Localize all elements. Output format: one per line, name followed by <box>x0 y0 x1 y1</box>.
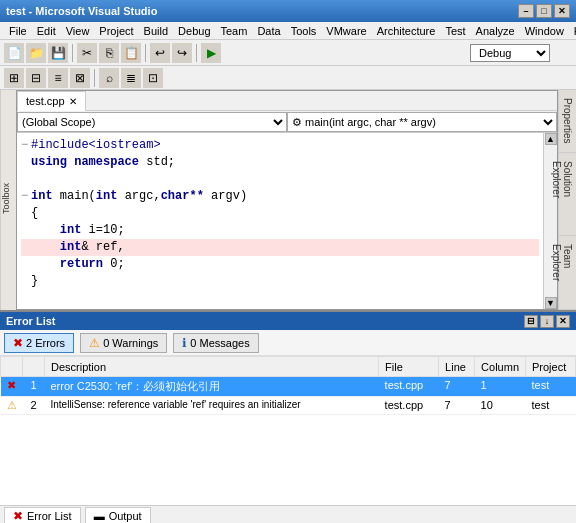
minimize-button[interactable]: – <box>518 4 534 18</box>
bottom-output-icon: ▬ <box>94 510 105 522</box>
toolbar-sep-2 <box>145 44 146 62</box>
title-text: test - Microsoft Visual Studio <box>6 5 518 17</box>
error-filter-icon: ✖ <box>13 336 23 350</box>
toolbar-play-icon[interactable]: ▶ <box>201 43 221 63</box>
bottom-errorlist-label: Error List <box>27 510 72 522</box>
row1-num: 1 <box>23 377 45 397</box>
editor-tab-close[interactable]: ✕ <box>69 96 77 107</box>
row2-column: 10 <box>475 397 526 415</box>
menu-data[interactable]: Data <box>252 22 285 39</box>
toolbar-save-icon[interactable]: 💾 <box>48 43 68 63</box>
close-button[interactable]: ✕ <box>554 4 570 18</box>
debug-config-dropdown[interactable]: Debug <box>470 44 550 62</box>
filter-errors-button[interactable]: ✖ 2 Errors <box>4 333 74 353</box>
menu-file[interactable]: File <box>4 22 32 39</box>
ep-autohide-button[interactable]: ⊟ <box>524 315 538 328</box>
toolbar-row-1: 📄 📁 💾 ✂ ⎘ 📋 ↩ ↪ ▶ Debug <box>0 40 576 66</box>
col-column[interactable]: Column <box>475 357 526 377</box>
toolbar-r2-icon5[interactable]: ⌕ <box>99 68 119 88</box>
toolbar2-sep-1 <box>94 69 95 87</box>
ep-pin-button[interactable]: ↓ <box>540 315 554 328</box>
scroll-down[interactable]: ▼ <box>545 297 557 309</box>
code-line-5: { <box>21 205 539 222</box>
properties-tab[interactable]: Properties <box>559 90 576 153</box>
menu-tools[interactable]: Tools <box>286 22 322 39</box>
ide-content: Toolbox test.cpp ✕ (Global Scope) ⚙ main… <box>0 90 576 310</box>
toolbar-cut-icon[interactable]: ✂ <box>77 43 97 63</box>
code-line-8: return 0; <box>21 256 539 273</box>
menu-analyze[interactable]: Analyze <box>471 22 520 39</box>
method-dropdown[interactable]: ⚙ main(int argc, char ** argv) <box>287 112 557 132</box>
code-line-4: − int main(int argc,char** argv) <box>21 188 539 205</box>
table-row[interactable]: ⚠ 2 IntelliSense: reference variable 're… <box>1 397 576 415</box>
menu-help[interactable]: Help <box>569 22 576 39</box>
col-line[interactable]: Line <box>439 357 475 377</box>
menu-test[interactable]: Test <box>440 22 470 39</box>
col-description[interactable]: Description <box>45 357 379 377</box>
menu-view[interactable]: View <box>61 22 95 39</box>
maximize-button[interactable]: □ <box>536 4 552 18</box>
menu-project[interactable]: Project <box>94 22 138 39</box>
menu-debug[interactable]: Debug <box>173 22 215 39</box>
toolbar-r2-icon1[interactable]: ⊞ <box>4 68 24 88</box>
toolbar-redo-icon[interactable]: ↪ <box>172 43 192 63</box>
bottom-tab-errorlist[interactable]: ✖ Error List <box>4 507 81 524</box>
info-filter-label: 0 Messages <box>190 337 249 349</box>
toolbar-sep-1 <box>72 44 73 62</box>
title-bar-buttons: – □ ✕ <box>518 4 570 18</box>
toolbar-row-2: ⊞ ⊟ ≡ ⊠ ⌕ ≣ ⊡ <box>0 66 576 90</box>
row2-num: 2 <box>23 397 45 415</box>
collapse-1[interactable]: − <box>21 137 31 154</box>
editor-tab-testcpp[interactable]: test.cpp ✕ <box>17 91 86 111</box>
collapse-4[interactable]: − <box>21 188 31 205</box>
team-explorer-tab[interactable]: Team Explorer <box>559 236 576 310</box>
toolbar-r2-icon6[interactable]: ≣ <box>121 68 141 88</box>
editor-scrollbar[interactable]: ▲ ▼ <box>543 133 557 309</box>
code-editor[interactable]: − #include<iostream> using namespace std… <box>17 133 543 309</box>
toolbar-paste-icon[interactable]: 📋 <box>121 43 141 63</box>
ep-buttons: ⊟ ↓ ✕ <box>524 315 570 328</box>
menu-window[interactable]: Window <box>520 22 569 39</box>
error-table: Description File Line Column Project ✖ 1… <box>0 356 576 505</box>
menu-vmware[interactable]: VMware <box>321 22 371 39</box>
row1-error-icon: ✖ <box>7 379 16 391</box>
menu-edit[interactable]: Edit <box>32 22 61 39</box>
table-header-row: Description File Line Column Project <box>1 357 576 377</box>
toolbar-undo-icon[interactable]: ↩ <box>150 43 170 63</box>
col-file[interactable]: File <box>379 357 439 377</box>
filter-warnings-button[interactable]: ⚠ 0 Warnings <box>80 333 167 353</box>
filter-messages-button[interactable]: ℹ 0 Messages <box>173 333 258 353</box>
menu-build[interactable]: Build <box>139 22 173 39</box>
editor-container: test.cpp ✕ (Global Scope) ⚙ main(int arg… <box>16 90 558 310</box>
row1-icon-cell: ✖ <box>1 377 23 397</box>
table-row[interactable]: ✖ 1 error C2530: 'ref'：必须初始化引用 test.cpp … <box>1 377 576 397</box>
error-filter-bar: ✖ 2 Errors ⚠ 0 Warnings ℹ 0 Messages <box>0 330 576 356</box>
toolbar-r2-icon7[interactable]: ⊡ <box>143 68 163 88</box>
row2-line: 7 <box>439 397 475 415</box>
solution-explorer-tab[interactable]: Solution Explorer <box>559 153 576 237</box>
code-line-1: − #include<iostream> <box>21 137 539 154</box>
bottom-output-label: Output <box>109 510 142 522</box>
menu-team[interactable]: Team <box>216 22 253 39</box>
col-icon[interactable] <box>1 357 23 377</box>
row1-file: test.cpp <box>379 377 439 397</box>
toolbar-open-icon[interactable]: 📁 <box>26 43 46 63</box>
code-line-3 <box>21 171 539 188</box>
error-panel: Error List ⊟ ↓ ✕ ✖ 2 Errors ⚠ 0 Warnings… <box>0 310 576 505</box>
toolbar-new-icon[interactable]: 📄 <box>4 43 24 63</box>
ep-close-button[interactable]: ✕ <box>556 315 570 328</box>
col-num[interactable] <box>23 357 45 377</box>
toolbox-tab[interactable]: Toolbox <box>0 90 16 310</box>
toolbar-r2-icon4[interactable]: ⊠ <box>70 68 90 88</box>
warning-filter-icon: ⚠ <box>89 336 100 350</box>
col-project[interactable]: Project <box>526 357 576 377</box>
bottom-tab-output[interactable]: ▬ Output <box>85 507 151 524</box>
scope-dropdown[interactable]: (Global Scope) <box>17 112 287 132</box>
menu-architecture[interactable]: Architecture <box>372 22 441 39</box>
scroll-up[interactable]: ▲ <box>545 133 557 145</box>
toolbar-copy-icon[interactable]: ⎘ <box>99 43 119 63</box>
toolbar-r2-icon2[interactable]: ⊟ <box>26 68 46 88</box>
toolbar-r2-icon3[interactable]: ≡ <box>48 68 68 88</box>
menu-bar: File Edit View Project Build Debug Team … <box>0 22 576 40</box>
code-line-2: using namespace std; <box>21 154 539 171</box>
